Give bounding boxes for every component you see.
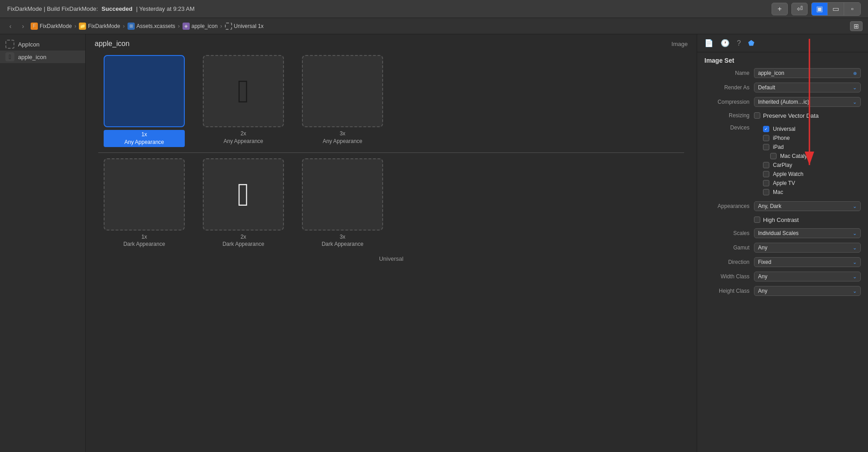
high-contrast-label: High Contrast — [763, 217, 799, 223]
cell-3x-any[interactable]: 3xAny Appearance — [293, 51, 392, 151]
resizing-row: Resizing Preserve Vector Data — [697, 109, 868, 122]
sidebar-item-apple-icon[interactable]:  apple_icon — [0, 51, 85, 63]
file-icon[interactable]: 📄 — [704, 39, 713, 47]
breadcrumb-label-1: FixDarkMode — [40, 23, 72, 29]
compression-value: Inherited (Autom…ic) — [758, 99, 809, 105]
asset-icon: ◈ — [183, 23, 190, 30]
settings-icon[interactable]: ⬟ — [748, 39, 754, 47]
device-carplay: CarPlay — [754, 161, 861, 170]
appearances-select[interactable]: Any, Dark ⌄ — [754, 201, 861, 211]
cell-1x-dark[interactable]: 1xDark Appearance — [95, 155, 194, 252]
appearances-value: Any, Dark — [758, 203, 781, 209]
nav-forward[interactable]: › — [18, 21, 28, 31]
height-class-select[interactable]: Any ⌄ — [754, 286, 861, 296]
name-label: Name — [704, 70, 754, 76]
apple-icon-thumbnail:  — [5, 52, 14, 61]
direction-chevron: ⌄ — [853, 259, 857, 265]
device-apple-tv: Apple TV — [754, 179, 861, 188]
apple-watch-checkbox[interactable] — [763, 171, 769, 177]
dark-appearance-row: 1xDark Appearance  2xDark Appearance 3x… — [95, 155, 688, 252]
breadcrumb-fixdarkmode-2[interactable]: 📁 FixDarkMode — [79, 23, 120, 30]
sidebar-item-appicon[interactable]: AppIcon — [0, 38, 85, 51]
height-class-label: Height Class — [704, 288, 754, 294]
clock-icon[interactable]: 🕐 — [721, 39, 730, 47]
cell-label-3x-dark: 3xDark Appearance — [322, 233, 364, 249]
breadcrumb-fixdarkmode-1[interactable]: F FixDarkMode — [31, 23, 72, 30]
layout-btn-2[interactable]: ▭ — [828, 3, 844, 15]
compression-select[interactable]: Inherited (Autom…ic) ⌄ — [754, 97, 861, 107]
build-text: FixDarkMode | Build FixDarkMode: — [7, 5, 98, 12]
preserve-vector-checkbox-row: Preserve Vector Data — [754, 112, 861, 119]
cell-3x-dark[interactable]: 3xDark Appearance — [293, 155, 392, 252]
render-as-select[interactable]: Default ⌄ — [754, 83, 861, 92]
cell-2x-dark[interactable]:  2xDark Appearance — [194, 155, 293, 252]
apple-tv-checkbox[interactable] — [763, 180, 769, 186]
direction-label: Direction — [704, 259, 754, 265]
build-time: | Yesterday at 9:23 AM — [136, 5, 195, 12]
any-appearance-row: 1xAny Appearance  2xAny Appearance 3xAn… — [95, 51, 688, 151]
scales-row: Scales Individual Scales ⌄ — [697, 226, 868, 240]
device-universal: Universal — [754, 125, 861, 134]
width-class-chevron: ⌄ — [853, 274, 857, 280]
cell-box-2x-any:  — [203, 55, 284, 127]
run-button[interactable]: ⏎ — [791, 3, 808, 15]
cell-box-1x-any — [104, 55, 185, 127]
render-as-chevron: ⌄ — [853, 85, 857, 91]
devices-list: Universal iPhone iPad Mac Catalyst CarPl… — [754, 125, 861, 197]
render-as-label: Render As — [704, 84, 754, 91]
scales-select[interactable]: Individual Scales ⌄ — [754, 228, 861, 238]
preserve-vector-checkbox[interactable] — [754, 112, 760, 119]
gamut-value: Any — [758, 244, 767, 251]
breadcrumb-label-3: Assets.xcassets — [137, 23, 175, 29]
height-class-row: Height Class Any ⌄ — [697, 284, 868, 298]
direction-select[interactable]: Fixed ⌄ — [754, 257, 861, 267]
universal-checkbox[interactable] — [763, 126, 769, 132]
image-set-title: Image Set — [697, 52, 868, 66]
nav-back[interactable]: ‹ — [5, 21, 15, 31]
cell-box-1x-dark — [104, 158, 185, 231]
sep-3: › — [178, 23, 180, 29]
compression-label: Compression — [704, 99, 754, 105]
apple-logo-black-2x:  — [238, 75, 249, 107]
gamut-select[interactable]: Any ⌄ — [754, 243, 861, 253]
add-button[interactable]: + — [772, 3, 788, 15]
apple-tv-label-text: Apple TV — [773, 180, 795, 186]
width-class-row: Width Class Any ⌄ — [697, 269, 868, 284]
add-tab-button[interactable]: ⊞ — [850, 21, 863, 31]
high-contrast-row: High Contrast — [697, 213, 868, 226]
mac-label-text: Mac — [773, 189, 783, 195]
sep-1: › — [74, 23, 76, 29]
cell-label-2x-any: 2xAny Appearance — [224, 130, 263, 145]
question-icon[interactable]: ? — [737, 39, 741, 47]
breadcrumb-assets[interactable]: ⊞ Assets.xcassets — [128, 23, 175, 30]
width-class-select[interactable]: Any ⌄ — [754, 272, 861, 281]
preserve-vector-label: Preserve Vector Data — [763, 112, 819, 119]
right-panel: 📄 🕐 ? ⬟ Image Set Name apple_icon ⊕ Rend… — [697, 34, 868, 452]
universal-icon — [225, 23, 232, 30]
high-contrast-checkbox[interactable] — [754, 217, 760, 223]
device-mac: Mac — [754, 188, 861, 197]
breadcrumb-universal[interactable]: Universal 1x — [225, 23, 264, 30]
breadcrumb-apple-icon[interactable]: ◈ apple_icon — [183, 23, 218, 30]
cell-2x-any[interactable]:  2xAny Appearance — [194, 51, 293, 151]
mac-catalyst-checkbox[interactable] — [770, 153, 777, 159]
build-info: FixDarkMode | Build FixDarkMode: Succeed… — [7, 5, 195, 12]
layout-btn-3[interactable]: ▫ — [844, 3, 860, 15]
center-content: apple_icon Image 1xAny Appearance  — [86, 34, 697, 452]
scales-value: Individual Scales — [758, 230, 799, 236]
mac-checkbox[interactable] — [763, 189, 769, 195]
iphone-checkbox[interactable] — [763, 135, 769, 141]
panel-icons: 📄 🕐 ? ⬟ — [704, 39, 754, 47]
dark-appearance-section: 1xDark Appearance  2xDark Appearance 3x… — [95, 155, 688, 252]
build-status: Succeeded — [101, 5, 132, 12]
carplay-checkbox[interactable] — [763, 162, 769, 168]
ipad-checkbox[interactable] — [763, 144, 769, 150]
cell-1x-any[interactable]: 1xAny Appearance — [95, 51, 194, 151]
layout-toggle: ▣ ▭ ▫ — [811, 2, 861, 16]
layout-btn-1[interactable]: ▣ — [812, 3, 828, 15]
cell-label-1x-dark: 1xDark Appearance — [123, 233, 165, 249]
apple-watch-label-text: Apple Watch — [773, 171, 804, 177]
gamut-row: Gamut Any ⌄ — [697, 240, 868, 255]
name-input[interactable]: apple_icon ⊕ — [754, 68, 861, 78]
toolbar: + ⏎ ▣ ▭ ▫ — [772, 2, 861, 16]
